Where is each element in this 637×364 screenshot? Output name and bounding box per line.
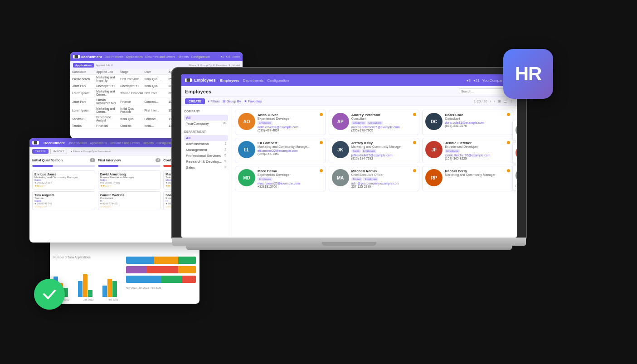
avatar: AO <box>238 113 255 130</box>
laptop-screen: ⬛ Employees Employees Departments Config… <box>181 74 517 238</box>
hr-sidebar: COMPANY All YourCompany 20 DEPARTMENT <box>181 106 231 238</box>
laptop-bezel: ⬛ Employees Employees Departments Config… <box>172 68 526 238</box>
sidebar-item-professional[interactable]: Professional Services 5 <box>184 153 228 159</box>
employee-card-eli[interactable]: EL Eli Lambert Marketing and Community M… <box>235 138 326 163</box>
popup-card-ernest[interactable]: ER Ernest Reed Consultant ernest.reed47@… <box>512 142 517 163</box>
hr-main: COMPANY All YourCompany 20 DEPARTMENT <box>181 106 517 238</box>
employee-card-audrey[interactable]: AP Audrey Peterson Consultant Employee C… <box>329 110 420 135</box>
sidebar-item-administration[interactable]: Administration 1 <box>184 141 228 147</box>
dept-section: DEPARTMENT All Administration 1 Manageme… <box>184 130 228 170</box>
employee-card-mitchell[interactable]: MA Mitchell Admin Chief Executive Office… <box>329 166 420 191</box>
kanban-col-initial: Initial Qualification 3 Enrique Jones Ma… <box>32 158 95 240</box>
list-item: Tina Augusta Trainee Sales ● 9988748745 … <box>32 191 95 210</box>
bar-blue <box>102 286 107 297</box>
employee-card-jeffrey[interactable]: JK Jeffrey Kelly Marketing and Community… <box>329 138 420 163</box>
recruit-topbar: ⬛ Recruitment Job Positions Applications… <box>70 52 243 61</box>
avatar: DC <box>425 113 442 130</box>
list-item: Camille Watkins Consultant IT ● 99887744… <box>98 191 161 210</box>
bar-blue <box>78 281 83 297</box>
recruit-topbar-right: ●3●21Admin <box>221 55 240 58</box>
sidebar-item-yourcompany[interactable]: YourCompany 20 <box>184 121 228 126</box>
create-button[interactable]: CREATE <box>185 98 205 104</box>
employee-card-marc[interactable]: MD Marc Demo Experienced Developer Emplo… <box>235 166 326 191</box>
list-item: David Armstrong Human Resources Manager … <box>98 170 161 189</box>
hr-app-topbar: ⬛ Employees Employees Departments Config… <box>181 74 517 86</box>
avatar: RP <box>425 169 442 186</box>
avatar: MD <box>238 169 255 186</box>
avatar: AP <box>332 113 349 130</box>
hr-badge-text: HR <box>515 63 542 85</box>
employee-card-rachel[interactable]: RP Rachel Perry Marketing and Community … <box>422 166 513 191</box>
pagination: 1-20 / 20 <box>474 99 487 103</box>
stacked-labels: Nov 2022 Jan 2023 Feb 2023 <box>126 286 196 289</box>
status-dot <box>507 169 510 172</box>
status-dot <box>320 169 323 172</box>
recruit-logo: ⬛ Recruitment <box>73 55 102 59</box>
avatar: MA <box>332 169 349 186</box>
filter-row: CREATE ▾ Filters ⊞ Group By ★ Favorites … <box>181 97 517 106</box>
page-title: Employees <box>185 89 456 94</box>
bar-orange <box>83 274 88 297</box>
kanban-col-first-interview: First Interview 3 David Armstrong Human … <box>98 158 161 240</box>
status-dot <box>507 113 510 116</box>
avatar: JK <box>332 141 349 158</box>
check-icon <box>41 286 58 302</box>
popup-card-mitchell-admin[interactable]: MA Mitchell Admin Chief Executive Office… <box>512 165 517 190</box>
stacked-bar-1 <box>126 257 196 264</box>
sidebar-item-research[interactable]: Research & Develop... 9 <box>184 159 228 165</box>
sidebar-item-sales[interactable]: Sales 3 <box>184 165 228 170</box>
popup-card-panel: BE Beth Evans Experienced Developer beth… <box>512 120 517 190</box>
status-dot <box>320 141 323 144</box>
bar-group-3 <box>102 279 123 297</box>
laptop-base <box>172 238 526 246</box>
avatar: EL <box>238 141 255 158</box>
employee-card-jennie[interactable]: JF Jennie Fletcher Experienced Developer… <box>422 138 513 163</box>
hr-app: ⬛ Employees Employees Departments Config… <box>181 74 517 238</box>
recruit-sub-active[interactable]: Applications <box>73 63 94 68</box>
employee-card-anita[interactable]: AO Anita Oliver Experienced Developer Em… <box>235 110 326 135</box>
kanban-nav: Job Positions Applications Resumes and L… <box>68 141 175 145</box>
laptop: ⬛ Employees Employees Departments Config… <box>172 68 526 250</box>
company-section: COMPANY All YourCompany 20 <box>184 110 228 126</box>
recruit-nav: Job Positions Applications Resumes and L… <box>105 55 210 58</box>
stacked-bar-2 <box>126 266 196 273</box>
sidebar-item-all-dept[interactable]: All <box>184 135 228 141</box>
hr-kanban: AO Anita Oliver Experienced Developer Em… <box>231 106 517 195</box>
hr-kanban-area: AO Anita Oliver Experienced Developer Em… <box>231 106 517 238</box>
laptop-foot <box>186 246 512 250</box>
list-item: Enrique Jones Marketing and Community Ma… <box>32 170 95 189</box>
hr-app-logo: ⬛ Employees <box>185 78 216 83</box>
status-dot <box>507 141 510 144</box>
bar-green <box>88 290 92 297</box>
kanban-progress-1 <box>32 165 95 167</box>
sidebar-item-management[interactable]: Management 2 <box>184 147 228 153</box>
bar-group-2 <box>78 274 99 297</box>
hr-app-toolbar: Employees <box>181 86 517 97</box>
stacked-bar-3 <box>126 276 196 283</box>
sidebar-item-all-company[interactable]: All <box>184 115 228 121</box>
bar-orange <box>107 279 112 297</box>
check-badge <box>34 279 65 310</box>
status-dot <box>320 113 323 116</box>
hr-badge: HR <box>503 49 553 99</box>
hr-app-nav: Employees Departments Configuration <box>220 78 462 83</box>
kanban-progress-2 <box>98 165 161 167</box>
employee-card-doris[interactable]: DC Doris Cole Consultant doris.cole31@ex… <box>422 110 513 135</box>
popup-card-beth[interactable]: BE Beth Evans Experienced Developer beth… <box>512 120 517 141</box>
bar-green <box>112 281 117 297</box>
